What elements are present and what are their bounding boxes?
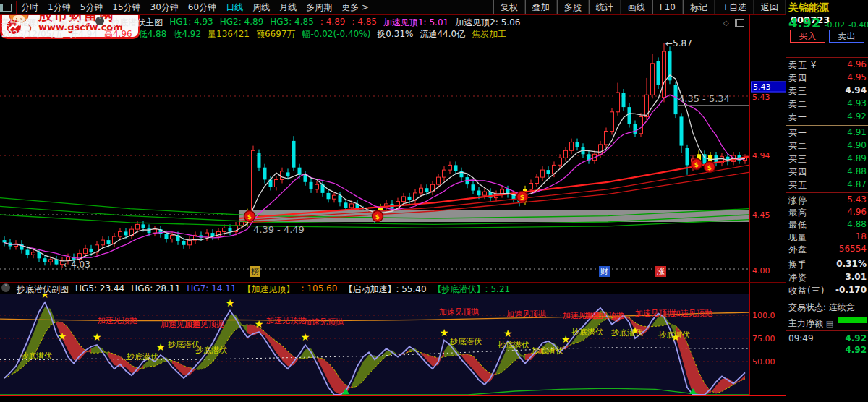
- event-marker-涨[interactable]: 涨: [655, 266, 666, 277]
- price-change: -0.02: [824, 20, 844, 30]
- stat-row-现量[interactable]: 现量18: [788, 231, 867, 244]
- stat-row-净资[interactable]: 净资3.01: [788, 272, 867, 284]
- svg-text:★: ★: [255, 318, 264, 330]
- menu-item-周线[interactable]: 周线: [252, 1, 270, 14]
- tool-button-+自选[interactable]: +自选: [715, 0, 754, 14]
- sub-axis-label: 50.00: [752, 357, 775, 367]
- stat-row-涨停[interactable]: 涨停5.43: [788, 194, 867, 207]
- svg-text:加速见顶抛: 加速见顶抛: [184, 320, 224, 329]
- row-value: 5.43: [847, 194, 867, 207]
- menu-item-15分钟[interactable]: 15分钟: [112, 1, 140, 14]
- svg-text:抄底潜伏: 抄底潜伏: [658, 330, 690, 340]
- bottom-border: [0, 395, 786, 396]
- menu-item-1分钟[interactable]: 1分钟: [48, 1, 71, 14]
- row-label: 买四: [788, 166, 807, 179]
- bid-row-2[interactable]: 买二4.90: [788, 140, 867, 153]
- stat-row-外盘[interactable]: 外盘56554: [788, 244, 867, 256]
- indicator-dropdown-icon[interactable]: ˅: [95, 17, 104, 25]
- price-axis-label: 4.00: [752, 266, 770, 275]
- chart-corner-icons: ◇: [723, 19, 744, 27]
- tool-button-叠加[interactable]: 叠加: [525, 0, 557, 14]
- layout-icon[interactable]: [0, 4, 12, 12]
- menu-item-30分钟[interactable]: 30分钟: [150, 1, 179, 14]
- menu-item-更多 >[interactable]: 更多 >: [341, 1, 369, 14]
- sub-axis-label: 100.0: [752, 311, 775, 320]
- tool-button-F10[interactable]: F10: [652, 0, 683, 14]
- sub-header-field: 抄底潜伏副图: [17, 283, 69, 296]
- tool-button-多股[interactable]: 多股: [557, 0, 589, 14]
- ask-row-1[interactable]: 卖一4.92: [788, 111, 867, 124]
- diamond-icon[interactable]: ◇: [723, 19, 729, 27]
- sub-header-field: 【加速见顶】: [243, 283, 295, 296]
- ohlc-field: 幅-0.02(-0.40%): [302, 28, 370, 40]
- ohlc-field: 高4.96: [104, 28, 132, 40]
- sidebar-divider: [786, 299, 868, 299]
- menu-item-60分钟[interactable]: 60分钟: [188, 1, 216, 14]
- ask-row-5[interactable]: 卖五 ¥4.96: [788, 59, 867, 72]
- price-axis-label: 4.45: [752, 210, 770, 220]
- menu-item-日线[interactable]: 日线: [226, 1, 243, 14]
- ohlc-field: 收4.92: [173, 28, 201, 40]
- stat-row-最高[interactable]: 最高4.96: [788, 207, 867, 219]
- oscillator-sub-chart[interactable]: ★★★★★★★★★★★★加速见顶抛加速见顶抛加速见顶抛加速见顶抛加速见顶抛加速见…: [0, 294, 749, 395]
- indicator-header-line: 美锦能源(日线.前复权)˅抄底潜伏主图HG1: 4.93HG2: 4.89HG3…: [1, 17, 520, 29]
- svg-text:←4.03: ←4.03: [64, 260, 90, 270]
- tick-price: 4.92: [845, 345, 867, 355]
- header-field: 加速见顶1: 5.01: [383, 17, 448, 29]
- tool-button-返回[interactable]: 返回: [754, 0, 786, 14]
- svg-text:加速见顶抛: 加速见顶抛: [635, 309, 675, 318]
- tick-price: 4.92: [845, 333, 867, 343]
- sub-indicator-dropdown-icon[interactable]: ˅: [1, 283, 10, 292]
- sub-value-axis: 100.075.0050.00: [750, 294, 785, 395]
- menu-item-分时[interactable]: 分时: [21, 1, 38, 14]
- menu-item-5分钟[interactable]: 5分钟: [80, 1, 103, 14]
- price-axis-label: 4.94: [752, 151, 770, 161]
- event-marker-财[interactable]: 财: [599, 266, 610, 277]
- tool-button-画线[interactable]: 画线: [621, 0, 652, 14]
- row-value: 56554: [839, 244, 867, 256]
- tick-row: 09:494.92: [788, 333, 867, 343]
- split-window-icon[interactable]: [735, 19, 744, 27]
- stat-row-最低[interactable]: 最低4.88: [788, 219, 867, 231]
- price-axis-label: 5.43: [752, 93, 770, 102]
- svg-text:抄底潜伏: 抄底潜伏: [571, 328, 603, 337]
- sell-button[interactable]: 卖出: [829, 30, 864, 43]
- ask-row-4[interactable]: 卖四4.95: [788, 72, 867, 85]
- tool-button-统计[interactable]: 统计: [589, 0, 621, 14]
- stat-row-换手[interactable]: 换手0.31%: [788, 259, 867, 271]
- main-candlestick-chart[interactable]: $$$$$←4.03←5.874.39 - 4.494.35 - 5.34: [0, 14, 749, 282]
- row-label: 卖四: [788, 72, 807, 85]
- menu-item-月线[interactable]: 月线: [279, 1, 297, 14]
- bid-row-5[interactable]: 买五4.87: [788, 179, 867, 192]
- tool-button-标记[interactable]: 标记: [683, 0, 715, 14]
- main-force-flow-row[interactable]: 主力净额 ▤: [788, 317, 867, 330]
- svg-text:$: $: [520, 194, 524, 201]
- event-marker-榜[interactable]: 榜: [250, 266, 260, 277]
- ask-row-3[interactable]: 卖三4.94: [788, 85, 867, 98]
- row-label: 买三: [788, 153, 807, 166]
- chart-divider: [0, 282, 786, 283]
- ask-row-2[interactable]: 卖二4.93: [788, 98, 867, 111]
- sub-header-field: HG5: 23.44: [75, 283, 124, 296]
- header-field: HG2: 4.89: [220, 17, 264, 29]
- svg-text:★: ★: [561, 333, 571, 345]
- bid-row-1[interactable]: 买一4.91: [788, 127, 867, 140]
- svg-text:★: ★: [440, 327, 449, 338]
- tool-button-复权[interactable]: 复权: [493, 0, 525, 14]
- bid-row-4[interactable]: 买四4.88: [788, 166, 867, 179]
- svg-text:★: ★: [503, 328, 513, 339]
- stat-row-收益(三)[interactable]: 收益(三)-0.170: [788, 285, 867, 297]
- row-label: 卖一: [788, 111, 807, 124]
- buy-button[interactable]: 买入: [790, 30, 825, 43]
- svg-text:4.35 - 5.34: 4.35 - 5.34: [678, 93, 730, 104]
- svg-text:4.39 - 4.49: 4.39 - 4.49: [253, 224, 305, 235]
- row-value: 4.93: [847, 98, 867, 111]
- svg-text:抄底潜伏: 抄底潜伏: [450, 337, 482, 346]
- row-value: 4.91: [847, 127, 867, 140]
- trade-status: 交易状态: 连续竞: [788, 302, 867, 314]
- bid-row-3[interactable]: 买三4.89: [788, 153, 867, 166]
- menu-item-多周期[interactable]: 多周期: [306, 1, 332, 14]
- row-label: 外盘: [788, 244, 807, 256]
- sidebar-divider: [786, 192, 868, 193]
- sub-header-field: HG7: 14.11: [187, 283, 236, 296]
